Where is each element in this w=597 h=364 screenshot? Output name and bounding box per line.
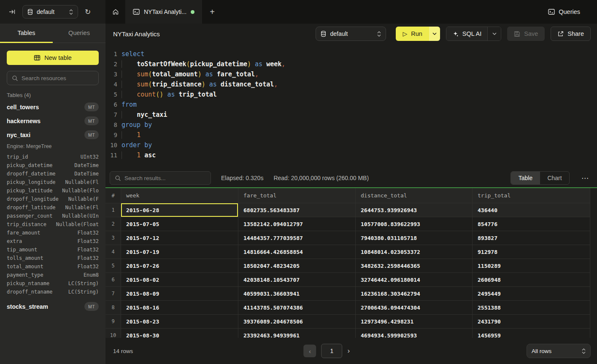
table-item-header[interactable]: hackernewsMT [7,114,99,128]
search-resources-input[interactable] [22,75,94,81]
table-cell[interactable]: 42038148.10543707 [238,273,356,287]
table-cell[interactable]: 14484357.777039587 [238,231,356,245]
home-tab[interactable] [105,0,125,24]
table-cell[interactable]: 2015-08-23 [121,315,238,329]
table-cell[interactable]: 2015-06-28 [121,203,238,217]
table-cell[interactable]: 1456959 [473,329,590,338]
table-cell[interactable]: 27006436.094474304 [356,301,473,315]
code-line[interactable]: 9 1 [105,130,597,140]
results-footer: 14 rows ‹ 1 › All rows [105,338,597,364]
table-cell[interactable]: 41143785.507074386 [238,301,356,315]
toggle-table[interactable]: Table [511,172,540,184]
table-cell[interactable]: 2644753.939926943 [356,203,473,217]
code-line[interactable]: 10order by [105,140,597,150]
table-cell[interactable]: 13582142.094012797 [238,217,356,231]
search-results-input[interactable] [124,175,206,181]
table-item-header[interactable]: stocks_streamMT [7,299,99,313]
table-cell[interactable]: 893827 [473,231,590,245]
new-tab-button[interactable]: + [202,0,222,24]
table-row: 72015-08-0940599031.3660394116236168.303… [105,287,590,301]
table-cell[interactable]: 40599031.36603941 [238,287,356,301]
table-cell[interactable]: 12973496.4298231 [356,315,473,329]
table-cell[interactable]: 2015-07-26 [121,259,238,273]
query-database-selector[interactable]: default [316,27,386,41]
table-cell[interactable]: 32746442.096180014 [356,273,473,287]
sql-editor[interactable]: 1select2 toStartOfWeek(pickup_datetime) … [105,44,597,169]
sql-ai-options-button[interactable] [487,27,501,40]
table-cell[interactable]: 2015-08-30 [121,329,238,338]
results-menu-button[interactable]: ⋯ [580,174,590,183]
table-cell[interactable]: 4694934.599902593 [356,329,473,338]
table-cell[interactable]: 436440 [473,203,590,217]
code-line[interactable]: 1select [105,49,597,59]
table-cell[interactable]: 2015-08-09 [121,287,238,301]
tab-nytaxi-analytics[interactable]: NYTaxi Analyti... [125,0,202,24]
prev-page-button[interactable]: ‹ [303,345,316,357]
table-cell[interactable]: 2431790 [473,315,590,329]
schema-column-type: Float32 [77,230,99,236]
table-cell[interactable]: 2606948 [473,273,590,287]
share-button[interactable]: Share [551,27,591,41]
refresh-button[interactable]: ↻ [85,8,91,16]
column-header[interactable]: fare_total [238,188,356,203]
table-cell[interactable]: 7940380.031105718 [356,231,473,245]
table-cell[interactable]: 23392463.94939961 [238,329,356,338]
results-search[interactable] [110,171,211,185]
table-cell[interactable]: 854776 [473,217,590,231]
table-cell[interactable]: 6802735.563483387 [238,203,356,217]
table-cell[interactable]: 2495449 [473,287,590,301]
topbar-database-selector[interactable]: default [22,5,78,19]
column-header[interactable]: trip_total [473,188,590,203]
table-cell[interactable]: 2015-07-19 [121,245,238,259]
table-name: nyc_taxi [7,132,30,138]
save-button[interactable]: Save [507,27,545,41]
column-header[interactable]: week [121,188,238,203]
table-cell[interactable]: 912978 [473,245,590,259]
sql-ai-button[interactable]: SQL AI [446,27,487,40]
schema-column-type: UInt32 [81,154,99,160]
sidebar-tab-tables[interactable]: Tables [0,24,53,43]
queries-menu-button[interactable]: Queries [548,0,597,24]
sidebar-search[interactable] [7,71,99,85]
current-page[interactable]: 1 [321,344,342,358]
next-page-button[interactable]: › [347,347,350,355]
new-table-button[interactable]: New table [7,51,99,65]
table-cell[interactable]: 16236168.303462794 [356,287,473,301]
table-row: 92015-08-2339376089.20467850612973496.42… [105,315,590,329]
table-cell[interactable]: 2551388 [473,301,590,315]
code-line[interactable]: 4 sum(trip_distance) as distance_total, [105,79,597,89]
table-cell[interactable]: 14816664.426858854 [238,245,356,259]
table-cell[interactable]: 3482632.2598446365 [356,259,473,273]
sidebar-tab-queries[interactable]: Queries [53,24,105,43]
schema-column-name: dropoff_datetime [7,171,56,177]
toggle-chart[interactable]: Chart [540,172,569,184]
run-options-button[interactable] [429,27,440,41]
table-cell[interactable]: 1150289 [473,259,590,273]
code-line[interactable]: 6from [105,100,597,110]
collapse-sidebar-button[interactable] [8,8,16,15]
table-header-row: #weekfare_totaldistance_totaltrip_total [105,188,590,203]
table-cell[interactable]: 39376089.204678506 [238,315,356,329]
code-line[interactable]: 8group by [105,120,597,130]
code-line[interactable]: 11 1 asc [105,150,597,160]
code-line[interactable]: 7 nyc_taxi [105,110,597,120]
sparkle-icon [452,31,459,37]
table-cell[interactable]: 2015-08-02 [121,273,238,287]
table-cell[interactable]: 2015-07-05 [121,217,238,231]
page-size-selector[interactable]: All rows [527,344,591,358]
code-line[interactable]: 2 toStartOfWeek(pickup_datetime) as week… [105,59,597,69]
schema-column-type: Float32 [77,247,99,253]
code-line[interactable]: 3 sum(total_amount) as fare_total, [105,69,597,79]
table-cell[interactable]: 2015-08-16 [121,301,238,315]
table-cell[interactable]: 2015-07-12 [121,231,238,245]
column-header[interactable]: distance_total [356,188,473,203]
code-line[interactable]: 5 count() as trip_total [105,89,597,100]
table-cell[interactable]: 18502047.48234205 [238,259,356,273]
table-item-header[interactable]: cell_towersMT [7,100,99,114]
table-cell[interactable]: 10577008.839622993 [356,217,473,231]
schema-column-row: pickup_datetimeDateTime [7,161,99,170]
run-button[interactable]: ▷ Run [396,27,429,41]
column-header[interactable]: # [105,188,121,203]
table-cell[interactable]: 10848014.023053372 [356,245,473,259]
table-item-header[interactable]: nyc_taxiMT [7,128,99,142]
